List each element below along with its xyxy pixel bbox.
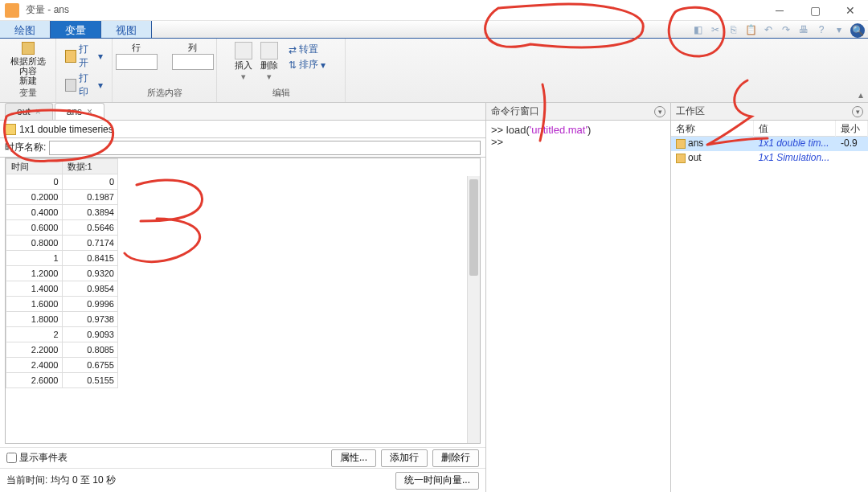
variable-type-row: 1x1 double timeseries [0,121,485,138]
minimize-button[interactable]: ─ [762,0,797,21]
cmd-prompt: >> [491,136,503,148]
add-row-button[interactable]: 添加行 [381,449,428,467]
workspace-panel: 工作区 ▾ 名称 值 最小 ans1x1 double tim...-0.9ou… [671,103,868,492]
close-button[interactable]: ✕ [833,0,868,21]
panel-options-icon[interactable]: ▾ [654,106,665,117]
qat-icon[interactable]: 📋 [744,23,757,36]
qat-icon[interactable]: ↷ [780,23,792,36]
show-events-checkbox[interactable]: 显示事件表 [6,451,68,465]
data-table[interactable]: 时间数据:1 000.20000.19870.40000.38940.60000… [6,158,118,388]
variable-type-label: 1x1 double timeseries [19,124,113,135]
qat-icon[interactable]: ↶ [762,23,775,36]
table-row[interactable]: 2.60000.5155 [6,373,118,388]
table-row[interactable]: 1.40000.9854 [6,281,118,297]
row-input[interactable] [116,54,158,70]
ribbon-group-selection-label: 所选内容 [147,87,182,99]
table-row[interactable]: 1.80000.9738 [6,312,118,327]
window-title: 变量 - ans [26,3,69,17]
variable-editor-panel: out× ans× 1x1 double timeseries 时序名称: 时间… [0,103,486,492]
table-row[interactable]: 0.60000.5646 [6,220,118,236]
ws-col-value[interactable]: 值 [754,121,837,137]
properties-button[interactable]: 属性... [331,449,376,467]
row-label: 行 [116,42,158,54]
cmd-prompt: >> [491,124,506,136]
workspace-row[interactable]: ans1x1 double tim...-0.9 [671,137,868,151]
qat-icon[interactable]: ✂ [709,23,722,36]
sequence-name-input[interactable] [49,141,481,155]
titlebar: 变量 - ans ─ ▢ ✕ [0,0,868,21]
delete-icon[interactable] [260,42,278,59]
ribbon-group-edit-label: 编辑 [272,87,290,99]
table-row[interactable]: 2.20000.8085 [6,342,118,358]
table-row[interactable]: 0.40000.3894 [6,205,118,220]
table-row[interactable]: 00 [6,174,118,190]
table-row[interactable]: 10.8415 [6,251,118,266]
tab-variable[interactable]: 变量 [51,21,101,38]
ws-col-min[interactable]: 最小 [836,121,868,137]
vertical-scrollbar[interactable] [467,176,480,443]
qat-search-icon[interactable]: 🔍 [850,23,865,38]
delete-label: 删除 [260,59,278,72]
var-tab-ans[interactable]: ans× [55,103,104,120]
qat-icon[interactable]: ⎘ [727,23,739,36]
app-icon [5,3,19,18]
ribbon-collapse-icon[interactable]: ▴ [858,89,863,100]
qat-icon[interactable]: ◧ [691,23,704,36]
transpose-button[interactable]: ⇄转置 [286,42,328,57]
current-time-label: 当前时间: 均匀 0 至 10 秒 [6,474,116,487]
ribbon-group-variable-label: 变量 [19,87,37,99]
show-events-check[interactable] [6,453,17,463]
print-button[interactable]: 打印 ▾ [63,71,105,100]
insert-icon[interactable] [235,42,252,59]
main-tab-strip: 绘图 变量 视图 ◧ ✂ ⎘ 📋 ↶ ↷ 🖶 ? ▾ 🔍 [0,21,868,39]
ws-col-name[interactable]: 名称 [671,121,754,137]
maximize-button[interactable]: ▢ [797,0,833,21]
delete-row-button[interactable]: 删除行 [432,449,479,467]
workspace-header: 名称 值 最小 [671,121,868,137]
qat-icon[interactable]: 🖶 [797,23,810,36]
window-controls: ─ ▢ ✕ [762,0,868,21]
command-window-title: 命令行窗口 [491,105,539,118]
quick-access-toolbar: ◧ ✂ ⎘ 📋 ↶ ↷ 🖶 ? ▾ 🔍 [691,23,865,38]
col-data[interactable]: 数据:1 [62,159,118,174]
sort-icon: ⇅ [289,59,297,71]
insert-label: 插入 [235,59,252,72]
print-icon [65,79,76,92]
tab-plot[interactable]: 绘图 [0,21,51,38]
panel-options-icon[interactable]: ▾ [852,106,863,117]
workspace-row[interactable]: out1x1 Simulation... [671,151,868,166]
variable-tabs: out× ans× [0,103,485,121]
new-from-selection-label: 根据所选内容新建 [6,56,49,85]
sort-button[interactable]: ⇅排序 ▾ [286,57,328,72]
scrollbar-thumb[interactable] [469,179,478,276]
open-icon [65,50,76,63]
table-row[interactable]: 1.20000.9320 [6,266,118,281]
col-time[interactable]: 时间 [6,159,63,174]
col-label: 列 [172,42,214,54]
table-row[interactable]: 2.40000.6755 [6,358,118,373]
col-input[interactable] [172,54,214,70]
ribbon: 根据所选内容新建 变量 打开 ▾ 打印 ▾ 行 列 所选内容 插入▾ 删除▾ ⇄… [0,39,868,103]
command-window-panel: 命令行窗口 ▾ >> load('untitled.mat') >> [486,103,671,492]
sequence-name-label: 时序名称: [5,141,46,154]
var-tab-out[interactable]: out× [5,103,53,120]
workspace-title: 工作区 [676,105,705,118]
close-icon[interactable]: × [35,106,41,117]
table-row[interactable]: 1.60000.9996 [6,297,118,312]
transpose-icon: ⇄ [289,44,297,55]
table-row[interactable]: 0.80000.7174 [6,236,118,251]
qat-dropdown-icon[interactable]: ▾ [833,23,845,36]
command-window-body[interactable]: >> load('untitled.mat') >> [486,121,670,151]
uniform-time-button[interactable]: 统一时间向量... [395,472,479,490]
timeseries-icon [5,124,16,135]
qat-icon[interactable]: ? [815,23,828,36]
new-variable-icon[interactable] [22,42,35,55]
open-button[interactable]: 打开 ▾ [63,42,105,71]
close-icon[interactable]: × [87,106,92,117]
table-row[interactable]: 0.20000.1987 [6,190,118,205]
tab-view[interactable]: 视图 [101,21,152,38]
data-table-container: 时间数据:1 000.20000.19870.40000.38940.60000… [5,158,481,444]
table-row[interactable]: 20.9093 [6,327,118,342]
